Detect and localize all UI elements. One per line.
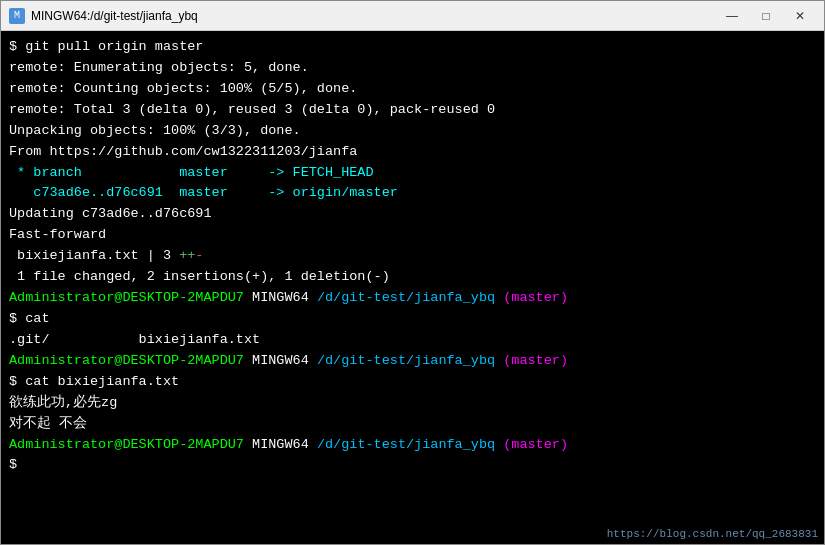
terminal-line-l6: * branch master -> FETCH_HEAD (9, 163, 816, 184)
terminal-line-l9: Fast-forward (9, 225, 816, 246)
terminal-line-l10: bixiejianfa.txt | 3 ++- (9, 246, 816, 267)
terminal-line-l7: c73ad6e..d76c691 master -> origin/master (9, 183, 816, 204)
terminal-line-cmd1: $ git pull origin master (9, 37, 816, 58)
terminal-window: M MINGW64:/d/git-test/jianfa_ybq — □ ✕ $… (0, 0, 825, 545)
terminal-line-prompt3_user: Administrator@DESKTOP-2MAPDU7 MINGW64 /d… (9, 435, 816, 456)
close-button[interactable]: ✕ (784, 5, 816, 27)
terminal-line-l11: 1 file changed, 2 insertions(+), 1 delet… (9, 267, 816, 288)
terminal-line-l5: From https://github.com/cw1322311203/jia… (9, 142, 816, 163)
terminal-line-l1: remote: Enumerating objects: 5, done. (9, 58, 816, 79)
terminal-line-l3: remote: Total 3 (delta 0), reused 3 (del… (9, 100, 816, 121)
terminal-line-prompt2_user: Administrator@DESKTOP-2MAPDU7 MINGW64 /d… (9, 351, 816, 372)
terminal-output: $ git pull origin masterremote: Enumerat… (9, 37, 816, 476)
window-controls: — □ ✕ (716, 5, 816, 27)
terminal-body[interactable]: $ git pull origin masterremote: Enumerat… (1, 31, 824, 544)
title-left: M MINGW64:/d/git-test/jianfa_ybq (9, 8, 198, 24)
window-title: MINGW64:/d/git-test/jianfa_ybq (31, 9, 198, 23)
title-bar: M MINGW64:/d/git-test/jianfa_ybq — □ ✕ (1, 1, 824, 31)
maximize-button[interactable]: □ (750, 5, 782, 27)
terminal-line-l4: Unpacking objects: 100% (3/3), done. (9, 121, 816, 142)
terminal-line-l2: remote: Counting objects: 100% (5/5), do… (9, 79, 816, 100)
terminal-line-l13: .git/ bixiejianfa.txt (9, 330, 816, 351)
terminal-line-cmd4: $ (9, 455, 816, 476)
terminal-line-l15: 欲练此功,必先zg (9, 393, 816, 414)
terminal-line-l16: 对不起 不会 (9, 414, 816, 435)
minimize-button[interactable]: — (716, 5, 748, 27)
app-icon: M (9, 8, 25, 24)
terminal-line-prompt1_user: Administrator@DESKTOP-2MAPDU7 MINGW64 /d… (9, 288, 816, 309)
terminal-line-cmd3: $ cat bixiejianfa.txt (9, 372, 816, 393)
terminal-line-cmd2: $ cat (9, 309, 816, 330)
watermark: https://blog.csdn.net/qq_2683831 (607, 528, 818, 540)
terminal-line-l8: Updating c73ad6e..d76c691 (9, 204, 816, 225)
